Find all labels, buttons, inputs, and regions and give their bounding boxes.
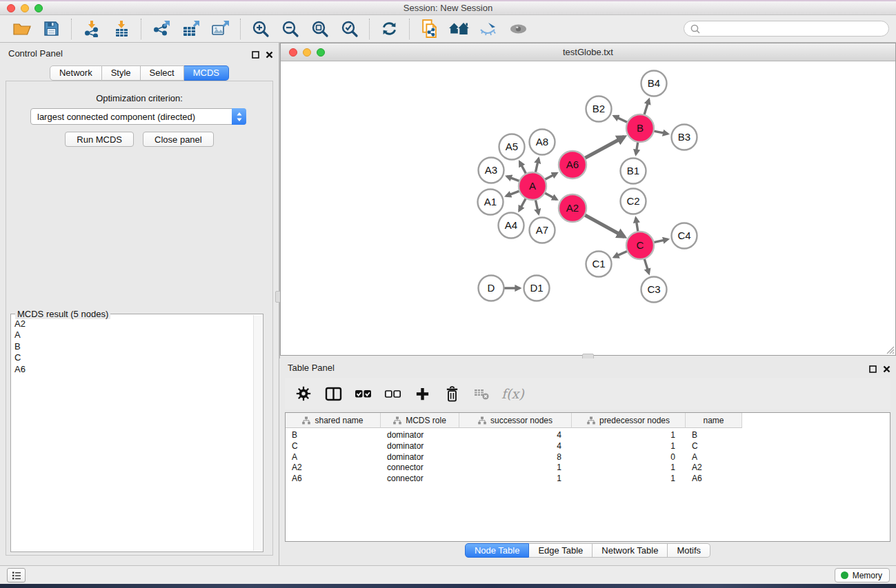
table-row[interactable]: A6connector11A6 [286,474,890,485]
float-table-panel-button[interactable] [869,363,877,376]
tab-network[interactable]: Network [50,65,102,81]
tab-mcds[interactable]: MCDS [184,65,229,81]
mcds-result-item[interactable]: C [12,352,252,363]
graph-node-C4[interactable]: C4 [672,223,697,249]
close-table-panel-button[interactable] [883,363,890,376]
zoom-in-button[interactable] [246,18,275,40]
delete-table-button[interactable] [472,383,491,405]
tab-edge-table[interactable]: Edge Table [529,543,593,558]
open-session-button[interactable] [7,18,37,40]
dropdown-stepper[interactable] [232,108,246,125]
mcds-result-item[interactable]: A6 [12,364,252,375]
task-history-button[interactable] [7,568,26,582]
memory-button[interactable]: Memory [835,568,890,582]
zoom-out-button[interactable] [275,18,305,40]
table-row[interactable]: Bdominator41B [286,430,890,441]
select-all-checkboxes-button[interactable] [353,383,372,405]
result-list-scrollbar[interactable] [253,315,262,551]
tab-network-table[interactable]: Network Table [593,543,668,558]
graph-node-A6[interactable]: A6 [559,151,586,179]
graph-edge-B-B4[interactable] [644,99,649,115]
table-row[interactable]: Adominator80A [286,452,890,463]
tab-node-table[interactable]: Node Table [465,543,530,558]
export-image-button[interactable] [206,18,235,40]
graph-edge-A-A4[interactable] [519,198,526,211]
graph-node-C1[interactable]: C1 [586,252,612,277]
graph-edge-A-A2[interactable] [544,192,557,199]
column-header-shared-name[interactable]: shared name [286,413,381,428]
graph-edge-A-A7[interactable] [535,199,539,214]
close-network-window-button[interactable] [289,48,297,57]
deselect-all-checkboxes-button[interactable] [383,383,402,405]
graph-edge-A-A1[interactable] [506,191,520,196]
tab-style[interactable]: Style [102,65,141,81]
import-table-button[interactable] [106,18,136,40]
toggle-annotations-button[interactable] [474,18,504,40]
add-column-button[interactable] [412,383,432,405]
toggle-visibility-button[interactable] [504,18,533,40]
graph-edge-A6-B[interactable] [584,136,624,159]
graph-node-C[interactable]: C [626,232,654,259]
column-header-name[interactable]: name [686,413,742,428]
search-input[interactable] [704,21,888,36]
graph-node-B3[interactable]: B3 [672,125,697,150]
graph-node-C2[interactable]: C2 [621,189,646,214]
mcds-result-item[interactable]: A [12,330,252,341]
graph-edge-B-B3[interactable] [653,131,668,134]
graph-node-A2[interactable]: A2 [559,194,586,222]
import-network-button[interactable] [77,18,106,40]
graph-node-B2[interactable]: B2 [586,97,612,122]
delete-columns-button[interactable] [442,383,461,405]
zoom-fit-button[interactable] [305,18,335,40]
graph-edge-B-B1[interactable] [636,141,638,154]
graph-node-A[interactable]: A [519,172,546,200]
graph-edge-B-B2[interactable] [614,116,628,123]
graph-edge-A2-C[interactable] [584,214,625,236]
minimize-network-window-button[interactable] [303,48,311,57]
mcds-result-item[interactable]: A2 [12,318,252,330]
tab-motifs[interactable]: Motifs [668,543,710,558]
graph-node-B4[interactable]: B4 [641,71,667,97]
graph-edge-A-A3[interactable] [507,176,520,181]
resize-grip-icon[interactable] [885,345,895,354]
tab-select[interactable]: Select [141,65,184,81]
search-box[interactable] [684,21,889,37]
graph-edge-A-A8[interactable] [535,159,539,174]
column-header-mcds-role[interactable]: MCDS role [381,413,459,428]
graph-node-A4[interactable]: A4 [499,213,524,239]
graph-edge-A-A5[interactable] [519,162,526,175]
column-header-successor-nodes[interactable]: successor nodes [459,413,572,428]
function-builder-button[interactable]: f(x) [501,383,524,405]
graph-node-A8[interactable]: A8 [530,130,555,155]
float-panel-button[interactable] [252,49,259,61]
graph-node-B1[interactable]: B1 [621,159,646,184]
export-network-button[interactable] [146,18,176,40]
graph-node-D[interactable]: D [479,276,504,301]
graph-node-A5[interactable]: A5 [499,134,525,160]
graph-edge-C-C3[interactable] [644,258,649,274]
refresh-view-button[interactable] [375,18,404,40]
graph-edge-A-A6[interactable] [544,173,557,180]
save-session-button[interactable] [37,18,66,40]
graph-node-A3[interactable]: A3 [479,158,504,183]
graph-node-A1[interactable]: A1 [478,190,504,215]
table-row[interactable]: A2connector11A2 [286,463,890,474]
clone-network-button[interactable] [415,18,444,40]
graph-edge-C-C2[interactable] [636,218,638,232]
reset-layout-button[interactable] [444,18,474,40]
graph-edge-C-C1[interactable] [614,251,628,257]
graph-node-C3[interactable]: C3 [641,277,667,303]
close-panel-button[interactable] [266,49,273,61]
export-table-button[interactable] [176,18,206,40]
column-settings-button[interactable] [294,383,313,405]
run-mcds-button[interactable]: Run MCDS [65,132,134,147]
table-row[interactable]: Cdominator41C [286,441,890,452]
optimization-criterion-dropdown[interactable]: largest connected component (directed) [30,108,246,125]
graph-node-B[interactable]: B [626,114,654,142]
zoom-selected-button[interactable] [335,18,364,40]
close-panel-push-button[interactable]: Close panel [143,132,214,147]
column-header-predecessor-nodes[interactable]: predecessor nodes [572,413,686,428]
graph-node-A7[interactable]: A7 [530,218,555,243]
graph-edge-C-C4[interactable] [653,239,668,243]
network-canvas[interactable]: B4B2BB3A8A5A6A3B1AA1C2A2A4A7C4CC1C3DD1 [281,61,895,355]
